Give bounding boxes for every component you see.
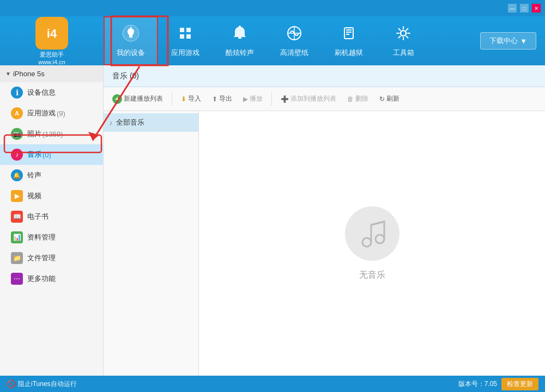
sidebar-item-video[interactable]: ▶ 视频 (0, 186, 103, 206)
music-list-area: ♪ 全部音乐 无音乐 (104, 111, 545, 376)
apps-icon (177, 24, 194, 46)
sidebar-item-device-info[interactable]: ℹ 设备信息 (0, 82, 103, 103)
music-label: 音乐 (27, 150, 41, 160)
ringtones-sidebar-label: 铃声 (27, 170, 41, 180)
no-music-label: 无音乐 (359, 270, 385, 281)
tab-wallpaper[interactable]: 高清壁纸 (267, 16, 322, 65)
header: i4 爱思助手 www.i4.cn 我的设备 (0, 16, 545, 65)
sidebar-item-ringtones[interactable]: 🔔 铃声 (0, 165, 103, 186)
svg-point-14 (401, 30, 406, 36)
new-playlist-button[interactable]: + 新建播放列表 (108, 92, 167, 106)
logo-url: www.i4.cn (38, 59, 65, 65)
maximize-button[interactable]: □ (520, 4, 529, 13)
add-to-playlist-label: 添加到播放列表 (290, 94, 336, 103)
minimize-button[interactable]: — (508, 4, 517, 13)
close-button[interactable]: ✕ (532, 4, 541, 13)
ringtones-sidebar-icon: 🔔 (11, 169, 23, 181)
nav-tabs: 我的设备 应用游戏 酷炫铃声 (104, 16, 480, 65)
toolbar-separator-2 (271, 93, 272, 106)
svg-point-15 (362, 238, 371, 247)
tab-jailbreak[interactable]: 刷机越狱 (322, 16, 376, 65)
play-icon: ▶ (243, 95, 248, 103)
toolbar: + 新建播放列表 ⬇ 导入 ⬆ 导出 ▶ 播放 ➕ 添加到播放列表 🗑 (104, 87, 545, 111)
delete-icon: 🗑 (347, 95, 354, 103)
svg-rect-4 (129, 35, 132, 38)
window-controls: — □ ✕ (508, 4, 541, 13)
svg-rect-5 (238, 37, 241, 39)
photos-count: (1359) (43, 130, 63, 138)
svg-rect-12 (346, 32, 352, 33)
data-mgmt-label: 资料管理 (27, 232, 56, 242)
mydevice-icon (122, 24, 140, 46)
content-area: 音乐 (0) + 新建播放列表 ⬇ 导入 ⬆ 导出 ▶ 播放 ➕ (104, 65, 545, 376)
import-icon: ⬇ (181, 95, 186, 103)
photos-label: 照片 (27, 129, 41, 139)
content-header: 音乐 (0) (104, 65, 545, 87)
sidebar: ▼ iPhone 5s ℹ 设备信息 A 应用游戏 (9) 📷 照片 (1359… (0, 65, 104, 376)
device-info-label: 设备信息 (27, 88, 56, 97)
device-arrow-icon: ▼ (5, 71, 11, 77)
data-mgmt-icon: 📊 (11, 231, 23, 243)
ebook-label: 电子书 (27, 212, 49, 222)
apps-sidebar-icon: A (11, 107, 23, 119)
play-button[interactable]: ▶ 播放 (239, 92, 267, 106)
tab-ringtones-label: 酷炫铃声 (226, 48, 254, 58)
refresh-button[interactable]: ↻ 刷新 (375, 92, 404, 106)
delete-button[interactable]: 🗑 删除 (343, 92, 373, 106)
tab-toolbox[interactable]: 工具箱 (376, 16, 431, 65)
file-mgmt-icon: 📁 (11, 252, 23, 264)
ringtones-icon (231, 24, 249, 46)
statusbar: 🚫 阻止iTunes自动运行 版本号：7.05 检查更新 (0, 376, 545, 392)
file-mgmt-label: 文件管理 (27, 253, 56, 263)
toolbox-icon (395, 24, 412, 46)
all-music-item[interactable]: ♪ 全部音乐 (104, 113, 198, 132)
device-header[interactable]: ▼ iPhone 5s (0, 65, 103, 82)
export-label: 导出 (219, 94, 232, 103)
plus-icon: + (112, 94, 122, 104)
itunes-icon: 🚫 (7, 379, 16, 388)
version-label: 版本号：7.05 (458, 379, 497, 389)
tab-apps[interactable]: 应用游戏 (158, 16, 213, 65)
tab-mydevice-label: 我的设备 (117, 48, 145, 58)
tab-ringtones[interactable]: 酷炫铃声 (213, 16, 267, 65)
empty-music-icon (345, 206, 399, 261)
export-button[interactable]: ⬆ 导出 (208, 92, 237, 106)
sidebar-item-music[interactable]: ♪ 音乐 (0) (0, 144, 103, 165)
sidebar-item-more[interactable]: ⋯ 更多功能 (0, 268, 103, 289)
delete-label: 删除 (355, 94, 368, 103)
wallpaper-icon (286, 24, 303, 46)
sidebar-item-photos[interactable]: 📷 照片 (1359) (0, 124, 103, 144)
svg-text:i4: i4 (47, 27, 57, 40)
video-label: 视频 (27, 191, 41, 201)
svg-rect-13 (346, 34, 349, 35)
music-icon: ♪ (11, 149, 23, 161)
download-center-button[interactable]: 下载中心 ▼ (480, 32, 536, 50)
ebook-icon: 📖 (11, 211, 23, 223)
playlist-panel: ♪ 全部音乐 (104, 111, 199, 376)
logo-name: 爱思助手 (40, 51, 64, 59)
tab-mydevice[interactable]: 我的设备 (104, 16, 158, 65)
sidebar-item-file-mgmt[interactable]: 📁 文件管理 (0, 248, 103, 268)
svg-point-6 (239, 26, 241, 28)
add-to-playlist-button[interactable]: ➕ 添加到播放列表 (276, 92, 341, 106)
tab-toolbox-label: 工具箱 (393, 48, 414, 58)
download-label: 下载中心 (489, 36, 518, 46)
sidebar-item-data-mgmt[interactable]: 📊 资料管理 (0, 227, 103, 248)
import-button[interactable]: ⬇ 导入 (177, 92, 205, 106)
check-update-button[interactable]: 检查更新 (501, 378, 538, 390)
jailbreak-icon (340, 24, 358, 46)
play-label: 播放 (250, 94, 263, 103)
tab-wallpaper-label: 高清壁纸 (280, 48, 308, 58)
logo-area: i4 爱思助手 www.i4.cn (0, 16, 104, 65)
sidebar-item-apps[interactable]: A 应用游戏 (9) (0, 103, 103, 124)
tab-jailbreak-label: 刷机越狱 (335, 48, 363, 58)
refresh-label: 刷新 (386, 94, 399, 103)
add-playlist-icon: ➕ (281, 95, 289, 103)
sidebar-item-ebook[interactable]: 📖 电子书 (0, 206, 103, 227)
svg-line-17 (371, 222, 384, 225)
download-icon: ▼ (520, 37, 527, 45)
statusbar-left: 🚫 阻止iTunes自动运行 (7, 379, 77, 389)
svg-point-3 (130, 27, 132, 28)
photos-icon: 📷 (11, 128, 23, 140)
itunes-label: 阻止iTunes自动运行 (18, 379, 77, 389)
